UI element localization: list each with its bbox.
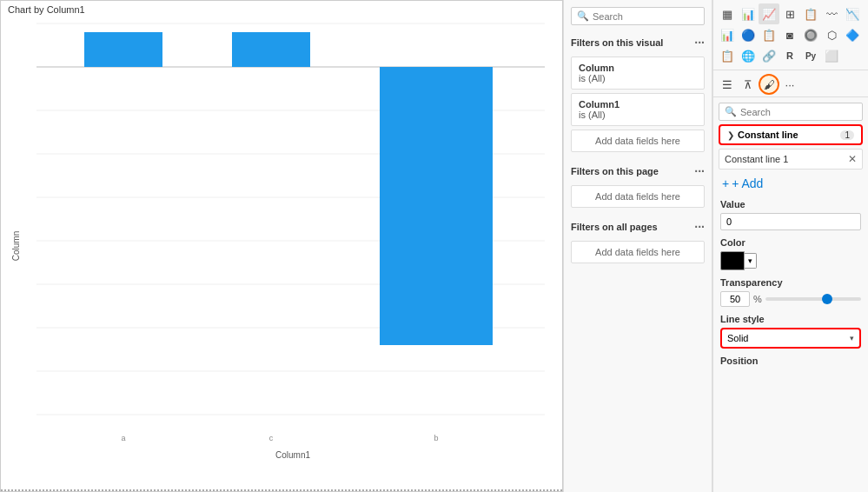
svg-text:Column1: Column1: [275, 450, 310, 458]
viz-icon-grid-row1: ▦ 📊 📈 ⊞ 📋 〰 📉 📊 🔵 📋 ◙ 🔘 ⬡ 🔷 📋 🌐 🔗 R Py ⬜: [713, 0, 868, 70]
filters-on-page-label: Filters on this page: [571, 166, 659, 176]
bar-b: [380, 67, 493, 345]
line-style-dropdown[interactable]: Solid Dashed Dotted ▾: [720, 328, 861, 349]
transparency-row: %: [720, 291, 861, 307]
add-constant-line-button[interactable]: + + Add: [713, 173, 868, 194]
viz-icon-hex[interactable]: ⬡: [821, 24, 842, 45]
filter-search-input[interactable]: [593, 11, 699, 22]
viz-icon-link[interactable]: 🔗: [759, 45, 779, 66]
viz-search-input[interactable]: [740, 107, 857, 117]
viz-tab-fields[interactable]: ☰: [717, 74, 738, 95]
add-page-fields[interactable]: Add data fields here: [571, 185, 705, 208]
line-style-select[interactable]: Solid Dashed Dotted: [722, 329, 859, 347]
viz-icon-card[interactable]: 📋: [717, 45, 738, 66]
filter-panel: 🔍 Filters on this visual ··· Column is (…: [563, 0, 712, 492]
filter-card-column: Column is (All): [571, 57, 705, 90]
chart-area: Chart by Column1 Column 0.05 0.00 0.05 0…: [0, 0, 563, 492]
position-label: Position: [713, 350, 868, 368]
filter-card-column1: Column1 is (All): [571, 93, 705, 126]
viz-icon-diamond[interactable]: 🔷: [842, 24, 863, 45]
filters-on-visual-label: Filters on this visual: [571, 37, 663, 48]
chevron-icon: ❯: [727, 130, 734, 140]
viz-format-tab-row: ☰ ⊼ 🖌 ···: [713, 70, 868, 97]
constant-line-label: Constant line: [738, 130, 840, 140]
constant-line-1-close[interactable]: ✕: [848, 153, 857, 165]
viz-icon-wave[interactable]: 〰: [821, 3, 842, 24]
add-label: + Add: [732, 176, 763, 190]
constant-line-1-name: Constant line 1: [725, 154, 848, 164]
line-style-label: Line style: [713, 309, 868, 326]
color-label: Color: [713, 232, 868, 249]
constant-line-header[interactable]: ❯ Constant line 1: [719, 124, 863, 145]
transparency-unit: %: [753, 294, 762, 304]
value-label: Value: [713, 194, 868, 211]
filter-column1-name: Column1: [579, 99, 697, 110]
filters-on-all-pages-dots[interactable]: ···: [694, 220, 705, 234]
viz-tab-format[interactable]: ⊼: [738, 74, 759, 95]
viz-icon-python[interactable]: Py: [800, 45, 821, 66]
filters-on-all-pages-header: Filters on all pages ···: [564, 216, 712, 237]
transparency-slider-thumb[interactable]: [822, 294, 832, 304]
viz-icon-filled[interactable]: ◙: [779, 24, 800, 45]
viz-tab-more[interactable]: ···: [779, 74, 800, 95]
viz-panel: ▦ 📊 📈 ⊞ 📋 〰 📉 📊 🔵 📋 ◙ 🔘 ⬡ 🔷 📋 🌐 🔗 R Py ⬜…: [712, 0, 868, 492]
filters-on-visual-dots[interactable]: ···: [694, 36, 705, 50]
viz-icon-grid[interactable]: ⊞: [779, 3, 800, 24]
bar-c: [232, 32, 310, 67]
y-axis-label: Column: [11, 231, 21, 261]
filter-search-box[interactable]: 🔍: [571, 7, 705, 25]
viz-icon-misc1[interactable]: ⬜: [821, 45, 842, 66]
color-row: ▾: [720, 251, 861, 270]
viz-icon-chart[interactable]: 📊: [738, 3, 759, 24]
constant-line-1-row: Constant line 1 ✕: [719, 149, 863, 170]
viz-icon-table[interactable]: 📋: [800, 3, 821, 24]
chart-svg: 0.05 0.00 0.05 0.10 0.15 0.20 0.25 0.30 …: [32, 15, 553, 458]
viz-icon-globe[interactable]: 🌐: [738, 45, 759, 66]
viz-icon-scatter[interactable]: 📉: [842, 3, 863, 24]
filter-column-name: Column: [579, 63, 697, 73]
color-caret[interactable]: ▾: [745, 253, 757, 269]
svg-text:b: b: [434, 434, 438, 442]
viz-search-icon: 🔍: [725, 106, 737, 117]
svg-text:c: c: [269, 434, 274, 442]
filter-column1-value: is (All): [579, 110, 697, 120]
constant-line-badge: 1: [840, 130, 854, 140]
filters-on-visual-header: Filters on this visual ···: [564, 32, 712, 53]
viz-search-box[interactable]: 🔍: [719, 103, 863, 121]
filter-search-icon: 🔍: [577, 10, 589, 22]
svg-text:a: a: [121, 434, 125, 442]
color-swatch[interactable]: [720, 251, 745, 270]
filters-on-page-dots[interactable]: ···: [694, 164, 705, 178]
add-visual-fields[interactable]: Add data fields here: [571, 130, 705, 152]
transparency-label: Transparency: [713, 272, 868, 289]
viz-icon-area[interactable]: 📊: [717, 24, 738, 45]
bar-a: [84, 32, 162, 67]
viz-tab-analytics[interactable]: 🖌: [759, 74, 779, 95]
transparency-input[interactable]: [720, 291, 750, 307]
filter-column-value: is (All): [579, 73, 697, 83]
viz-icon-matrix[interactable]: 📋: [759, 24, 779, 45]
viz-icon-line[interactable]: 📈: [759, 3, 779, 24]
chart-bottom-border: [1, 489, 562, 491]
add-icon: +: [722, 176, 729, 190]
filters-on-all-pages-label: Filters on all pages: [571, 222, 658, 232]
filters-on-page-header: Filters on this page ···: [564, 161, 712, 182]
add-all-pages-fields[interactable]: Add data fields here: [571, 241, 705, 263]
transparency-slider-track[interactable]: [765, 297, 861, 301]
viz-icon-r[interactable]: R: [779, 45, 800, 66]
value-input[interactable]: [720, 213, 861, 230]
viz-icon-bubble[interactable]: 🔵: [738, 24, 759, 45]
viz-icon-bar[interactable]: ▦: [717, 3, 738, 24]
viz-icon-gauge[interactable]: 🔘: [800, 24, 821, 45]
